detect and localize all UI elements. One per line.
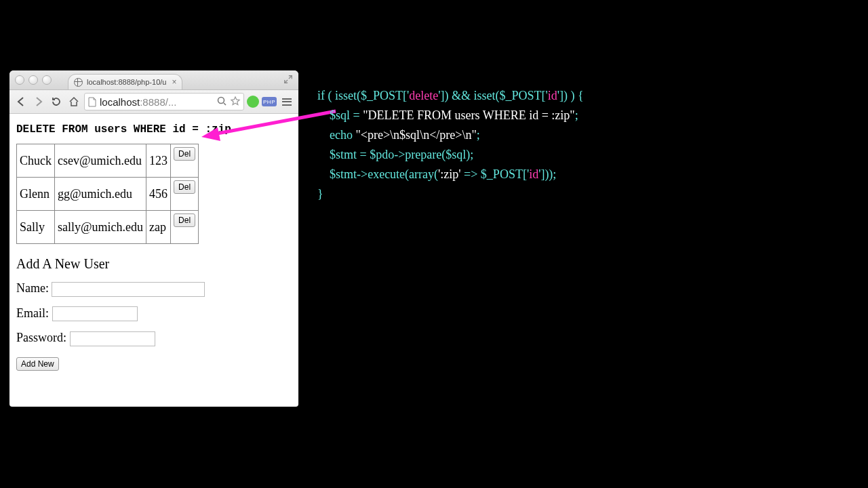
browser-toolbar: localhost:8888/... PHP (9, 90, 298, 114)
forward-button[interactable] (31, 94, 46, 109)
svg-point-0 (218, 97, 224, 103)
window-controls (15, 75, 52, 85)
email-input[interactable] (52, 306, 138, 321)
table-row: Chuck csev@umich.edu 123 Del (17, 144, 199, 178)
delete-button[interactable]: Del (174, 180, 195, 194)
back-button[interactable] (14, 94, 28, 109)
users-table: Chuck csev@umich.edu 123 Del Glenn gg@um… (16, 144, 199, 244)
cell-action: Del (171, 178, 199, 211)
address-text: localhost:8888/... (100, 96, 214, 108)
extension-evernote-icon[interactable] (247, 96, 259, 108)
zoom-window-button[interactable] (42, 75, 52, 85)
name-input[interactable] (52, 282, 205, 297)
menu-button[interactable] (279, 94, 294, 109)
cell-name: Sally (17, 211, 55, 244)
code-snippet: if ( isset($_POST['delete']) && isset($_… (317, 66, 584, 204)
expand-window-icon[interactable] (283, 75, 293, 84)
browser-window: localhost:8888/php-10/u × (9, 70, 298, 407)
cell-action: Del (171, 211, 199, 244)
password-label: Password: (16, 331, 66, 344)
globe-icon (74, 78, 83, 87)
cell-name: Glenn (17, 178, 55, 211)
email-label: Email: (16, 306, 49, 320)
delete-button[interactable]: Del (174, 147, 195, 161)
home-button[interactable] (66, 94, 81, 109)
minimize-window-button[interactable] (28, 75, 38, 85)
cell-email: sally@umich.edu (55, 211, 146, 244)
add-user-form: Name: Email: Password: Add New (16, 281, 292, 371)
window-titlebar: localhost:8888/php-10/u × (9, 70, 298, 90)
add-new-button[interactable]: Add New (16, 357, 59, 371)
reload-button[interactable] (49, 94, 64, 109)
form-heading: Add A New User (16, 256, 292, 272)
cell-pw: 456 (146, 178, 171, 211)
password-input[interactable] (70, 331, 155, 346)
page-icon (87, 97, 97, 107)
cell-name: Chuck (17, 144, 55, 178)
zoom-icon[interactable] (216, 96, 227, 108)
cell-action: Del (171, 144, 199, 178)
page-content: DELETE FROM users WHERE id = :zip Chuck … (9, 114, 298, 379)
tab-title: localhost:8888/php-10/u (87, 78, 166, 86)
hamburger-icon (281, 96, 293, 108)
sql-preview: DELETE FROM users WHERE id = :zip (16, 123, 292, 136)
browser-tab[interactable]: localhost:8888/php-10/u × (68, 74, 182, 89)
table-row: Glenn gg@umich.edu 456 Del (17, 178, 199, 211)
close-window-button[interactable] (15, 75, 24, 85)
delete-button[interactable]: Del (174, 214, 195, 227)
extension-php-icon[interactable]: PHP (262, 97, 277, 106)
cell-pw: zap (146, 211, 171, 244)
cell-email: gg@umich.edu (55, 178, 146, 211)
cell-pw: 123 (146, 144, 171, 178)
address-bar[interactable]: localhost:8888/... (84, 93, 244, 110)
cell-email: csev@umich.edu (55, 144, 146, 178)
name-label: Name: (16, 281, 49, 295)
bookmark-star-icon[interactable] (230, 96, 241, 108)
table-row: Sally sally@umich.edu zap Del (17, 211, 199, 244)
close-tab-icon[interactable]: × (172, 78, 176, 86)
